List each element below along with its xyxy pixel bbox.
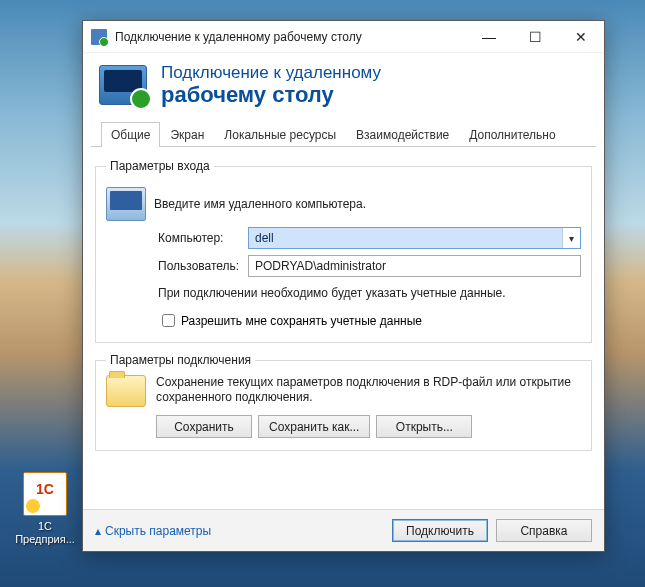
login-group: Параметры входа Введите имя удаленного к… <box>95 159 592 343</box>
open-button[interactable]: Открыть... <box>376 415 472 438</box>
titlebar[interactable]: Подключение к удаленному рабочему столу … <box>83 21 604 53</box>
close-button[interactable]: ✕ <box>558 21 604 52</box>
computer-label: Компьютер: <box>158 231 248 245</box>
credentials-note: При подключении необходимо будет указать… <box>158 285 581 301</box>
header-line2: рабочему столу <box>161 83 381 107</box>
tab-strip: Общие Экран Локальные ресурсы Взаимодейс… <box>91 121 596 147</box>
save-credentials-label: Разрешить мне сохранять учетные данные <box>181 314 422 328</box>
user-label: Пользователь: <box>158 259 248 273</box>
computer-input[interactable] <box>249 228 562 248</box>
connection-group: Параметры подключения Сохранение текущих… <box>95 353 592 451</box>
connection-text: Сохранение текущих параметров подключени… <box>156 375 581 405</box>
computer-combobox[interactable]: ▾ <box>248 227 581 249</box>
rdp-title-icon <box>91 29 107 45</box>
hide-options-link[interactable]: ▴ Скрыть параметры <box>95 524 211 538</box>
tab-display[interactable]: Экран <box>160 122 214 147</box>
save-button[interactable]: Сохранить <box>156 415 252 438</box>
dialog-footer: ▴ Скрыть параметры Подключить Справка <box>83 509 604 551</box>
desktop-shortcut-1c[interactable]: 1С Предприя... <box>14 472 76 546</box>
user-input[interactable] <box>248 255 581 277</box>
tab-advanced[interactable]: Дополнительно <box>459 122 565 147</box>
desktop-shortcut-label: 1С Предприя... <box>14 520 76 546</box>
connection-legend: Параметры подключения <box>106 353 255 367</box>
computer-icon <box>106 187 146 221</box>
save-as-button[interactable]: Сохранить как... <box>258 415 370 438</box>
chevron-down-icon[interactable]: ▾ <box>562 228 580 248</box>
window-title: Подключение к удаленному рабочему столу <box>115 30 466 44</box>
maximize-button[interactable]: ☐ <box>512 21 558 52</box>
minimize-button[interactable]: — <box>466 21 512 52</box>
connect-button[interactable]: Подключить <box>392 519 488 542</box>
rdp-header-icon <box>99 65 147 105</box>
hide-options-label: Скрыть параметры <box>105 524 211 538</box>
tab-experience[interactable]: Взаимодействие <box>346 122 459 147</box>
login-intro: Введите имя удаленного компьютера. <box>154 197 366 211</box>
dialog-header: Подключение к удаленному рабочему столу <box>83 53 604 121</box>
tab-local-resources[interactable]: Локальные ресурсы <box>214 122 346 147</box>
login-legend: Параметры входа <box>106 159 214 173</box>
app-icon-1c <box>23 472 67 516</box>
help-button[interactable]: Справка <box>496 519 592 542</box>
folder-icon <box>106 375 146 407</box>
rdp-dialog-window: Подключение к удаленному рабочему столу … <box>82 20 605 552</box>
tab-general[interactable]: Общие <box>101 122 160 147</box>
save-credentials-checkbox[interactable] <box>162 314 175 327</box>
tab-content: Параметры входа Введите имя удаленного к… <box>83 147 604 469</box>
header-line1: Подключение к удаленному <box>161 63 381 83</box>
chevron-up-icon: ▴ <box>95 524 101 538</box>
